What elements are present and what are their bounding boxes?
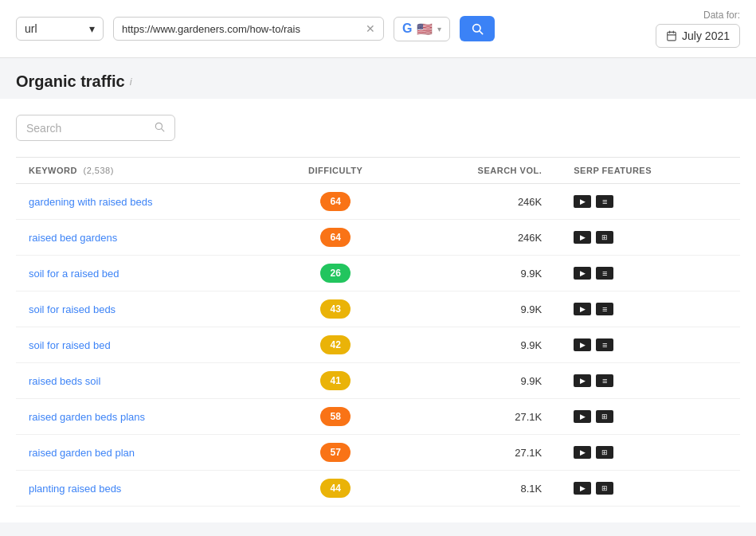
volume-cell: 27.1K (403, 399, 554, 435)
list-serp-icon: ≡ (596, 195, 613, 208)
difficulty-cell: 58 (268, 399, 402, 435)
list-serp-icon: ≡ (596, 338, 613, 351)
serp-icons: ▶⊞ (574, 482, 727, 495)
keyword-link[interactable]: raised garden beds plans (29, 411, 145, 423)
serp-cell: ▶⊞ (554, 220, 740, 256)
keyword-link[interactable]: gardening with raised beds (29, 196, 152, 208)
serp-icons: ▶≡ (574, 338, 727, 351)
keyword-link[interactable]: raised bed gardens (29, 232, 117, 244)
svg-line-1 (480, 31, 483, 34)
search-button[interactable] (460, 16, 495, 41)
volume-cell: 9.9K (403, 256, 554, 291)
video-serp-icon: ▶ (574, 374, 591, 387)
list-serp-icon: ≡ (596, 374, 613, 387)
url-type-select[interactable]: url ▾ (16, 17, 104, 41)
data-for-section: Data for: July 2021 (656, 10, 740, 48)
serp-cell: ▶≡ (554, 327, 740, 363)
date-picker-button[interactable]: July 2021 (656, 24, 740, 48)
difficulty-badge: 26 (320, 264, 351, 283)
col-serp: SERP FEATURES (554, 158, 740, 184)
table-row: gardening with raised beds 64 246K ▶≡ (16, 184, 740, 220)
engine-chevron: ▾ (437, 25, 441, 33)
difficulty-cell: 43 (268, 291, 402, 327)
section-title: Organic traffic (16, 72, 125, 91)
date-label: July 2021 (682, 29, 730, 42)
keyword-link[interactable]: planting raised beds (29, 483, 121, 495)
serp-icons: ▶⊞ (574, 410, 727, 423)
keyword-cell: planting raised beds (16, 471, 268, 507)
difficulty-badge: 58 (320, 407, 351, 426)
keyword-link[interactable]: raised beds soil (29, 375, 100, 387)
keyword-cell: soil for raised beds (16, 291, 268, 327)
close-icon[interactable]: ✕ (366, 22, 375, 35)
serp-icons: ▶≡ (574, 195, 727, 208)
google-logo: G (402, 22, 412, 36)
keyword-link[interactable]: raised garden bed plan (29, 447, 135, 459)
difficulty-cell: 64 (268, 220, 402, 256)
difficulty-cell: 44 (268, 471, 402, 507)
video-serp-icon: ▶ (574, 303, 591, 315)
flag-icon: 🇺🇸 (417, 22, 433, 37)
difficulty-cell: 57 (268, 435, 402, 471)
table-row: soil for raised beds 43 9.9K ▶≡ (16, 291, 740, 327)
calendar-icon (666, 30, 677, 41)
volume-cell: 27.1K (403, 435, 554, 471)
volume-cell: 9.9K (403, 327, 554, 363)
svg-line-7 (162, 129, 164, 131)
keyword-cell: raised bed gardens (16, 220, 268, 256)
volume-cell: 8.1K (403, 471, 554, 507)
serp-icons: ▶≡ (574, 267, 727, 280)
difficulty-cell: 64 (268, 184, 402, 220)
difficulty-badge: 57 (320, 443, 351, 462)
svg-rect-2 (668, 32, 676, 41)
list-serp-icon: ≡ (596, 303, 613, 315)
serp-cell: ▶⊞ (554, 435, 740, 471)
keyword-link[interactable]: soil for raised bed (29, 339, 111, 351)
difficulty-badge: 64 (320, 228, 351, 247)
keyword-cell: soil for raised bed (16, 327, 268, 363)
keyword-cell: soil for a raised bed (16, 256, 268, 291)
volume-cell: 9.9K (403, 363, 554, 399)
video-serp-icon: ▶ (574, 410, 591, 423)
difficulty-badge: 43 (320, 299, 351, 319)
col-search-vol: SEARCH VOL. (403, 158, 554, 184)
table-row: raised bed gardens 64 246K ▶⊞ (16, 220, 740, 256)
url-type-label: url (25, 22, 37, 35)
image-serp-icon: ⊞ (596, 482, 613, 495)
serp-icons: ▶≡ (574, 303, 727, 315)
keyword-link[interactable]: soil for a raised bed (29, 268, 119, 280)
url-input-wrap: ✕ (113, 17, 384, 41)
info-icon[interactable]: i (130, 76, 132, 88)
image-serp-icon: ⊞ (596, 446, 613, 459)
difficulty-cell: 42 (268, 327, 402, 363)
url-input[interactable] (122, 23, 361, 35)
serp-icons: ▶⊞ (574, 231, 727, 244)
volume-cell: 246K (403, 220, 554, 256)
table-header-row: KEYWORD (2,538) DIFFICULTY SEARCH VOL. S… (16, 158, 740, 184)
video-serp-icon: ▶ (574, 195, 591, 208)
volume-cell: 9.9K (403, 291, 554, 327)
serp-cell: ▶≡ (554, 256, 740, 291)
table-row: raised beds soil 41 9.9K ▶≡ (16, 363, 740, 399)
header: url ▾ ✕ G 🇺🇸 ▾ Data for: July 2021 (0, 0, 756, 58)
main-content: KEYWORD (2,538) DIFFICULTY SEARCH VOL. S… (0, 99, 756, 522)
video-serp-icon: ▶ (574, 231, 591, 244)
keyword-link[interactable]: soil for raised beds (29, 303, 116, 315)
col-keyword: KEYWORD (2,538) (16, 158, 268, 184)
col-difficulty: DIFFICULTY (268, 158, 402, 184)
keyword-cell: gardening with raised beds (16, 184, 268, 220)
search-engine-select[interactable]: G 🇺🇸 ▾ (394, 17, 450, 41)
image-serp-icon: ⊞ (596, 231, 613, 244)
keyword-cell: raised garden beds plans (16, 399, 268, 435)
video-serp-icon: ▶ (574, 446, 591, 459)
keyword-search-input[interactable] (26, 122, 147, 135)
serp-cell: ▶≡ (554, 291, 740, 327)
video-serp-icon: ▶ (574, 267, 591, 280)
difficulty-cell: 26 (268, 256, 402, 291)
serp-icons: ▶≡ (574, 374, 727, 387)
url-type-chevron: ▾ (89, 22, 95, 35)
difficulty-badge: 64 (320, 192, 351, 211)
table-row: soil for a raised bed 26 9.9K ▶≡ (16, 256, 740, 291)
difficulty-cell: 41 (268, 363, 402, 399)
keyword-cell: raised beds soil (16, 363, 268, 399)
